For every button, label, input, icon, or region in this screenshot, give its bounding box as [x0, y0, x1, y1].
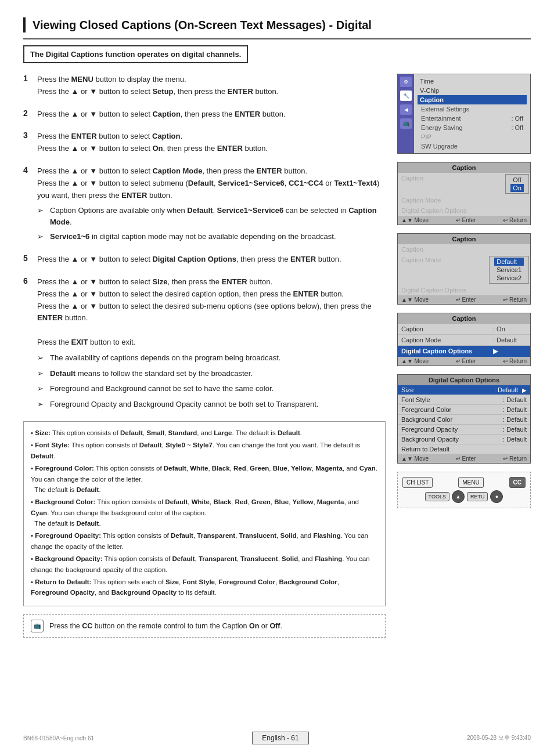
step-1-number: 1: [23, 74, 33, 83]
info-box: • Size: This option consists of Default,…: [23, 421, 386, 606]
footer-enter-3: ↵ Enter: [456, 358, 476, 364]
caption-label-3: Caption: [398, 324, 490, 334]
footer-enter-2: ↵ Enter: [456, 296, 476, 303]
dco-fgcolor-row: Foreground Color : Default: [398, 405, 530, 415]
caption-label-1: Caption: [398, 173, 504, 195]
bullet-arrow-1: ➢: [37, 205, 46, 217]
caption-menu-3-body: Caption : On Caption Mode : Default Digi…: [398, 324, 530, 357]
step-3-content: Press the ENTER button to select Caption…: [37, 131, 386, 155]
page-wrapper: Viewing Closed Captions (On-Screen Text …: [0, 0, 554, 756]
bullet-text-6-3: Foreground and Background cannot be set …: [50, 383, 274, 395]
page-title: Viewing Closed Captions (On-Screen Text …: [33, 17, 531, 32]
dco-size-row: Size : Default ▶: [398, 385, 530, 395]
setup-sub-swupgrade: SW Upgrade: [418, 142, 527, 151]
left-column: 1 Press the MENU button to display the m…: [23, 74, 386, 638]
step-6-bullet-3: ➢ Foreground and Background cannot be se…: [37, 383, 386, 395]
step-5-content: Press the ▲ or ▼ button to select Digita…: [37, 254, 386, 266]
dco-bgcolor-value: : Default: [503, 416, 527, 423]
dco-fgopacity-label: Foreground Opacity: [401, 426, 458, 433]
caption-menu-3-footer: ▲▼ Move ↵ Enter ↩ Return: [398, 357, 530, 366]
step-2-content: Press the ▲ or ▼ button to select Captio…: [37, 108, 386, 121]
step-1-content: Press the MENU button to display the men…: [37, 74, 386, 98]
popup-service1: Service1: [494, 266, 524, 274]
setup-item-vchip: V-Chip: [418, 86, 527, 95]
footer-move-2: ▲▼ Move: [401, 296, 429, 303]
dco-fgcolor-value: : Default: [503, 406, 527, 413]
setup-icon-1: ⚙: [400, 77, 412, 87]
service-popup: Default Service1 Service2: [489, 256, 529, 284]
caption-menu-3-title: Caption: [398, 313, 530, 324]
bullet-text-6-1: The availability of captions depends on …: [50, 352, 280, 364]
caption-menu-1-title: Caption: [398, 162, 530, 173]
step-4: 4 Press the ▲ or ▼ button to select Capt…: [23, 165, 386, 243]
bullet-arrow-6-1: ➢: [37, 352, 46, 364]
info-font-style: • Font Style: This option consists of De…: [31, 440, 378, 461]
bullet-text-2: Service1~6 in digital caption mode may n…: [50, 231, 336, 243]
dco-size-label: Size: [401, 386, 413, 393]
rc-up-button[interactable]: ▲: [452, 490, 465, 503]
dco-bgopacity-row: Background Opacity : Default: [398, 435, 530, 444]
caption-mode-label-2: Caption Mode: [398, 255, 488, 265]
caption-menu-1-footer: ▲▼ Move ↵ Enter ↩ Return: [398, 216, 530, 225]
bullet-text-1: Caption Options are available only when …: [50, 205, 386, 227]
dco-bgopacity-label: Background Opacity: [401, 436, 459, 443]
remote-control-image: CH LIST MENU CC TOOLS ▲ RETU ●: [397, 472, 531, 508]
setup-item-time: Time: [418, 77, 527, 86]
footer-move-3: ▲▼ Move: [401, 358, 429, 364]
footer-return-2: ↩ Return: [503, 296, 527, 303]
caption-value-on: : On: [490, 324, 530, 334]
rc-chlist-button[interactable]: CH LIST: [402, 477, 433, 488]
step-3-number: 3: [23, 131, 33, 140]
rc-return-button[interactable]: RETU: [467, 492, 488, 501]
remote-note: 📺 Press the CC button on the remote cont…: [23, 614, 386, 638]
setup-item-caption: Caption: [418, 95, 527, 104]
info-bg-opacity: • Background Opacity: This option consis…: [31, 554, 378, 575]
bullet-arrow-2: ➢: [37, 231, 46, 243]
info-bg-color: • Background Color: This option consists…: [31, 497, 378, 529]
rc-bottom-row: TOOLS ▲ RETU ●: [425, 490, 503, 503]
step-3: 3 Press the ENTER button to select Capti…: [23, 131, 386, 155]
rc-tools-button[interactable]: TOOLS: [425, 492, 449, 501]
caption-menu-1: Caption Caption Off On Caption Mode Digi…: [397, 162, 531, 225]
dco-fgcolor-label: Foreground Color: [401, 406, 451, 413]
title-underline: [23, 38, 531, 39]
dco-title: Digital Caption Options: [398, 375, 530, 385]
step-1: 1 Press the MENU button to display the m…: [23, 74, 386, 98]
caption-popup-1: Off On: [505, 174, 529, 194]
setup-icon-3: ◀: [400, 104, 412, 115]
rc-cc-button[interactable]: CC: [509, 477, 526, 488]
footer-return-1: ↩ Return: [503, 217, 527, 223]
caption-row-caption: Caption Off On: [398, 173, 530, 195]
dco-size-value: : Default ▶: [494, 386, 527, 393]
setup-icons: ⚙ 🔧 ◀ 📺: [398, 74, 414, 153]
subtitle: The Digital Captions function operates o…: [23, 45, 248, 63]
rc-menu-button[interactable]: MENU: [458, 477, 483, 488]
setup-content: Time V-Chip Caption External Settings En…: [414, 74, 530, 153]
step-6: 6 Press the ▲ or ▼ button to select Size…: [23, 276, 386, 411]
footer-move-1: ▲▼ Move: [401, 217, 429, 223]
setup-sub-pip: PIP: [418, 132, 527, 142]
caption-menu-1-body: Caption Off On Caption Mode Digital Capt…: [398, 173, 530, 216]
digital-caption-options-label-1: Digital Caption Options: [398, 205, 530, 216]
dco-footer-enter: ↵ Enter: [456, 455, 476, 462]
title-section: Viewing Closed Captions (On-Screen Text …: [23, 17, 531, 32]
dco-fgopacity-value: : Default: [503, 426, 527, 433]
rc-ok-button[interactable]: ●: [490, 490, 503, 503]
step-4-number: 4: [23, 165, 33, 175]
step-2: 2 Press the ▲ or ▼ button to select Capt…: [23, 108, 386, 121]
setup-sub-external: External Settings: [418, 104, 527, 114]
step-5: 5 Press the ▲ or ▼ button to select Digi…: [23, 254, 386, 266]
page-number: English - 61: [252, 732, 308, 744]
step-5-number: 5: [23, 254, 33, 263]
dco-label: Digital Caption Options: [398, 346, 490, 357]
bullet-text-6-4: Foreground Opacity and Background Opacit…: [50, 399, 319, 410]
remote-note-text: Press the CC button on the remote contro…: [49, 622, 282, 630]
caption-row-on: Caption : On: [398, 324, 530, 335]
dco-fontstyle-label: Font Style: [401, 396, 430, 403]
dco-footer-move: ▲▼ Move: [401, 455, 429, 462]
step-6-number: 6: [23, 276, 33, 285]
step-4-content: Press the ▲ or ▼ button to select Captio…: [37, 165, 386, 243]
footer-enter-1: ↵ Enter: [456, 217, 476, 223]
info-fg-opacity: • Foreground Opacity: This option consis…: [31, 530, 378, 552]
bullet-arrow-6-4: ➢: [37, 399, 46, 411]
